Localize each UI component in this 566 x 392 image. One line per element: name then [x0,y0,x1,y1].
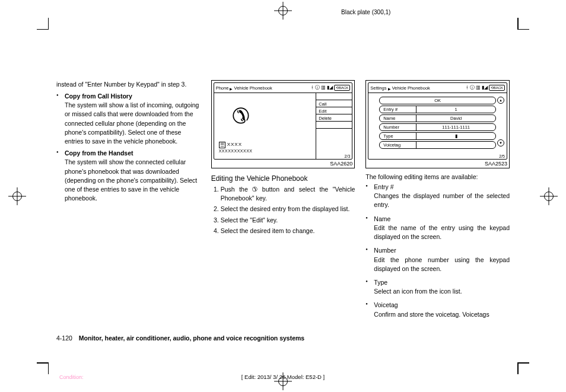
page-number: 4-120 [56,334,72,342]
figure-2: Settings ▶ Vehicle Phonebook ᚼ ⓘ ▥ ▮◢ ⟲B… [365,80,510,168]
menu-row [316,122,352,129]
info-icon: ⓘ [315,85,320,90]
edit-info: [ Edit: 2013/ 3/ 26 Model: E52-D ] [241,374,325,380]
column-3: Settings ▶ Vehicle Phonebook ᚼ ⓘ ▥ ▮◢ ⟲B… [365,80,510,324]
list-item: Copy from the Handset The system will sh… [56,149,201,203]
back-button: ⟲BACK [334,85,350,91]
bullet-desc: The system will show a list of incoming,… [65,101,199,145]
registration-mark [274,2,292,20]
page-counter: 2/3 [345,154,351,158]
menu-row: Call [316,100,352,107]
triangle-icon: ▶ [230,87,233,90]
menu-row: Edit [316,107,352,114]
row-value [416,142,495,148]
item-name: Number [374,246,510,255]
form-row: Type ▮ [379,132,496,140]
registration-mark [540,187,558,205]
row-value: 111-111-1111 [416,124,495,130]
list-item: Number Edit the phone number using the k… [365,246,510,273]
back-button: ⟲BACK [489,85,505,91]
menu-row [316,93,352,100]
bullet-title: Copy from the Handset [65,149,201,157]
bluetooth-icon: ᚼ [466,85,469,90]
row-value: ▮ [416,133,495,139]
form-row: Number 111-111-1111 [379,123,496,131]
list-item: Type Select an icon from the icon list. [365,278,510,296]
ok-row: OK [379,97,496,104]
list-item: Name Edit the name of the entry using th… [365,215,510,242]
info-icon: ⓘ [470,85,475,90]
condition-label: Condition: [59,374,84,380]
row-label: Number [380,125,416,130]
battery-icon: ▥ [476,85,481,90]
lead-text: instead of "Enter Number by Keypad" in s… [56,80,201,89]
plate-header: Black plate (300,1) [341,9,390,15]
contact-number: XXXXXXXXXXX [219,149,253,153]
section-heading: Editing the Vehicle Phonebook [211,174,355,183]
column-1: instead of "Enter Number by Keypad" in s… [56,80,201,324]
item-desc: Changes the displayed number of the sele… [374,192,510,209]
form-row: Entry # 1 [379,106,496,113]
triangle-icon: ▶ [388,87,391,90]
crop-mark [37,18,49,30]
item-name: Voicetag [374,301,510,310]
crop-mark [517,18,529,30]
list-item: Copy from Call History The system will s… [56,93,201,146]
item-desc: Confirm and store the voicetag. Voicetag… [374,310,510,319]
breadcrumb-part: Phone [216,85,229,91]
bullet-desc: The system will show the connected cellu… [65,158,197,202]
page-footer: 4-120 Monitor, heater, air conditioner, … [56,334,304,342]
form-row: Voicetag [379,141,496,149]
crop-mark [517,362,529,374]
breadcrumb: Settings ▶ Vehicle Phonebook [370,85,430,91]
crop-mark [37,362,49,374]
item-name: Entry # [374,183,510,192]
step-text: Push the [221,186,253,193]
item-desc: Select an icon from the icon list. [374,287,510,296]
step-item: Select the desired entry from the displa… [221,205,355,213]
step-item: Select the desired item to change. [221,227,355,235]
breadcrumb-part: Settings [370,85,386,91]
bullet-title: Copy from Call History [65,93,201,100]
row-label: Name [380,116,416,121]
form-row: Name David [379,114,496,122]
item-name: Type [374,278,510,287]
menu-row: Delete [316,114,352,122]
signal-icon: ▮◢ [482,85,488,90]
row-value: 1 [416,106,495,113]
phone-icon: ✆ [232,104,250,129]
list-item: Entry # Changes the displayed number of … [365,183,510,210]
arrow-down-icon: ▼ [497,139,504,146]
figure-id: SAA2620 [214,161,353,167]
item-desc: Edit the phone number using the keypad d… [374,256,510,273]
contact-icon: ☰ [219,142,225,148]
arrow-up-icon: ▲ [497,97,504,104]
breadcrumb-part: Vehicle Phonebook [234,85,272,91]
column-2: Phone ▶ Vehicle Phonebook ᚼ ⓘ ▥ ▮◢ ⟲BACK [211,80,355,324]
page-counter: 2/5 [499,154,505,158]
list-item: Voicetag Confirm and store the voicetag.… [365,301,510,318]
row-label: Voicetag [380,142,416,148]
signal-icon: ▮◢ [327,85,333,90]
breadcrumb: Phone ▶ Vehicle Phonebook [216,85,272,91]
figure-id: SAA2523 [368,161,507,167]
row-value: David [416,115,495,122]
chapter-title: Monitor, heater, air conditioner, audio,… [79,334,304,342]
intro-text: The following editing items are availabl… [365,173,510,180]
step-item: Select the "Edit" key. [221,216,355,225]
menu-row [316,129,352,136]
bluetooth-icon: ᚼ [311,85,314,90]
row-label: Entry # [380,107,416,112]
figure-1: Phone ▶ Vehicle Phonebook ᚼ ⓘ ▥ ▮◢ ⟲BACK [211,80,355,168]
battery-icon: ▥ [321,85,326,90]
registration-mark [8,187,26,205]
contact-name: XXXX [227,142,242,147]
row-label: Type [380,133,416,139]
item-name: Name [374,215,510,224]
item-desc: Edit the name of the entry using the key… [374,224,510,241]
breadcrumb-part: Vehicle Phonebook [392,85,430,91]
phone-button-icon: ✆ [252,185,257,194]
step-item: Push the ✆ button and select the "Vehicl… [221,185,355,203]
